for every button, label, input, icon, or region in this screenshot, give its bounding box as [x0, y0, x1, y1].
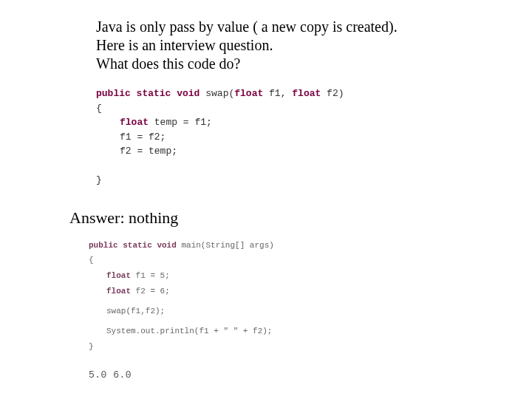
code-text: f2) [321, 88, 344, 99]
code-text: temp = f1; [149, 117, 212, 128]
code-line: { [96, 101, 458, 116]
code-line [96, 159, 458, 174]
code-snippet-main: public static void main(String[] args) {… [89, 238, 458, 355]
keyword: float [234, 88, 263, 99]
keyword: public static void [96, 88, 200, 99]
code-line: System.out.println(f1 + " " + f2); [89, 324, 458, 339]
slide-content: Java is only pass by value ( a new copy … [0, 0, 532, 395]
code-line: f1 = f2; [96, 130, 458, 145]
code-line: } [96, 173, 458, 188]
keyword: float [106, 271, 131, 280]
keyword: float [292, 88, 321, 99]
code-line: { [89, 253, 458, 268]
code-line: float f1 = 5; [89, 268, 458, 284]
code-text: swap( [200, 88, 234, 99]
code-line: public static void swap(float f1, float … [96, 86, 458, 101]
intro-line-2: Here is an interview question. [96, 36, 458, 55]
keyword: public static void [89, 241, 177, 250]
code-line: } [89, 339, 458, 355]
code-text: f1 = 5; [131, 271, 170, 280]
intro-line-1: Java is only pass by value ( a new copy … [96, 18, 458, 36]
code-line: f2 = temp; [96, 144, 458, 159]
keyword: float [120, 117, 149, 128]
keyword: float [106, 287, 131, 296]
intro-block: Java is only pass by value ( a new copy … [96, 18, 458, 73]
program-output: 5.0 6.0 [89, 369, 458, 381]
code-text: main(String[] args) [177, 241, 274, 250]
intro-line-3: What does this code do? [96, 55, 458, 73]
code-line: swap(f1,f2); [89, 304, 458, 319]
code-line: public static void main(String[] args) [89, 238, 458, 253]
code-text: f2 = 6; [131, 287, 170, 296]
code-line: float f2 = 6; [89, 284, 458, 299]
code-text: f1, [263, 88, 292, 99]
answer-text: Answer: nothing [69, 208, 458, 228]
code-line: float temp = f1; [96, 115, 458, 130]
code-snippet-swap: public static void swap(float f1, float … [96, 86, 458, 188]
